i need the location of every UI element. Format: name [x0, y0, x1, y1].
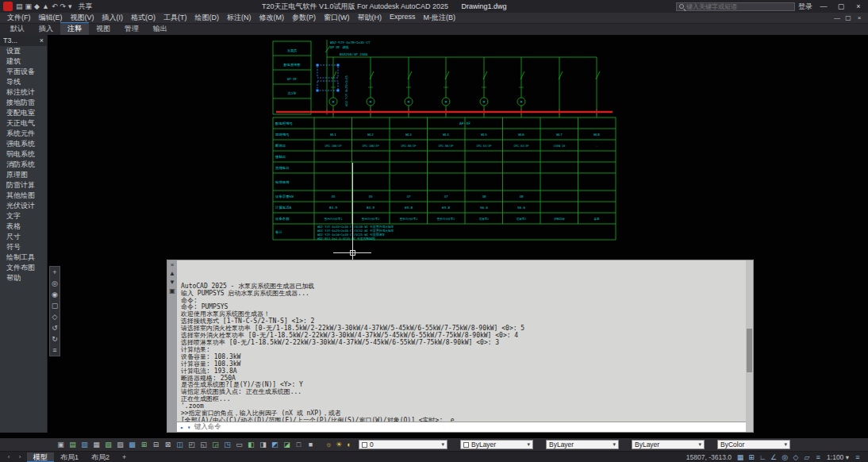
minimize-button[interactable]: —: [817, 2, 830, 10]
command-text-window[interactable]: ×▲▼▣ AutoCAD 2025 - 水泵房系统图生成器已加载输入 PUMPS…: [167, 260, 754, 433]
qat-icon[interactable]: ▾: [68, 2, 72, 10]
ribbon-tab[interactable]: 默认: [3, 23, 32, 35]
view-tool-icon[interactable]: ◉: [50, 289, 60, 300]
sidebar-item[interactable]: 导线: [0, 77, 47, 87]
command-strip-icon[interactable]: ▲: [169, 270, 175, 277]
plotstyle-dropdown[interactable]: ByColor ▾: [717, 440, 790, 449]
ribbon-tab[interactable]: 视图: [89, 23, 117, 35]
menu-item[interactable]: 修改(M): [255, 13, 289, 23]
layout-tab[interactable]: 布局2: [85, 452, 116, 462]
toolbar-icon[interactable]: ◰: [186, 440, 197, 450]
sidebar-close-icon[interactable]: ×: [40, 37, 44, 44]
annotation-scale[interactable]: 1:100 ▾: [827, 453, 849, 461]
lineweight-dropdown[interactable]: ByLayer ▾: [632, 440, 705, 449]
sidebar-item[interactable]: 符号: [0, 242, 47, 252]
status-toggle-icon[interactable]: ◎: [779, 453, 790, 461]
sidebar-item[interactable]: 标注统计: [0, 87, 47, 98]
toolbar-icon[interactable]: ◲: [210, 440, 221, 450]
sidebar-item[interactable]: 设置: [0, 46, 47, 56]
toolbar-icon[interactable]: ▥: [79, 440, 90, 450]
toolbar-icon[interactable]: ◧: [246, 440, 256, 450]
linetype-dropdown[interactable]: ByLayer ▾: [546, 440, 619, 449]
qat-icon[interactable]: ▲: [42, 2, 49, 10]
view-tool-icon[interactable]: ◇: [50, 311, 60, 322]
toolbar-icon[interactable]: ◫: [175, 440, 185, 450]
sidebar-item[interactable]: 系统元件: [0, 129, 47, 139]
menu-item[interactable]: 插入(I): [98, 13, 128, 23]
new-layout-button[interactable]: +: [119, 453, 129, 461]
command-strip-icon[interactable]: ×: [171, 261, 175, 268]
sidebar-item[interactable]: 建筑: [0, 56, 47, 67]
selection-grips[interactable]: [317, 64, 340, 92]
view-tool-icon[interactable]: ↺: [50, 322, 60, 333]
status-toggle-icon[interactable]: ∠: [768, 453, 779, 461]
sidebar-item[interactable]: 其他绘图: [0, 191, 47, 201]
sidebar-item[interactable]: 文件布图: [0, 263, 47, 273]
menu-item[interactable]: 工具(T): [159, 13, 191, 23]
search-input[interactable]: [686, 3, 792, 10]
search-box[interactable]: [676, 2, 795, 11]
toolbar-icon[interactable]: ■: [305, 440, 316, 450]
doc-window-button[interactable]: ×: [854, 14, 865, 21]
toolbar-icon[interactable]: ◩: [270, 440, 280, 450]
menu-item[interactable]: 参数(P): [288, 13, 320, 23]
sidebar-item[interactable]: 平面设备: [0, 67, 47, 77]
layout-next-arrow[interactable]: ›: [16, 453, 24, 460]
ribbon-tab[interactable]: 管理: [117, 23, 146, 35]
layer-state-icon[interactable]: ☼: [324, 441, 333, 449]
sidebar-item[interactable]: 表格: [0, 221, 47, 232]
sidebar-item[interactable]: 消防系统: [0, 160, 47, 170]
toolbar-icon[interactable]: ◳: [222, 440, 232, 450]
toolbar-icon[interactable]: ▭: [234, 440, 244, 450]
sidebar-item[interactable]: 文字: [0, 211, 47, 221]
toolbar-icon[interactable]: ▣: [56, 440, 66, 450]
toolbar-icon[interactable]: ▧: [103, 440, 113, 450]
toolbar-icon[interactable]: ▩: [127, 440, 137, 450]
toolbar-icon[interactable]: ⊞: [139, 440, 149, 450]
toolbar-icon[interactable]: ◱: [198, 440, 209, 450]
toolbar-icon[interactable]: ▤: [67, 440, 78, 450]
command-input-placeholder[interactable]: 键入命令: [194, 422, 221, 432]
ribbon-tab[interactable]: 输出: [146, 23, 175, 35]
status-toggle-icon[interactable]: ▱: [801, 453, 812, 461]
layout-tab[interactable]: 模型: [27, 452, 54, 462]
color-dropdown[interactable]: ByLayer ▾: [460, 440, 533, 449]
qat-icon[interactable]: ▤: [16, 2, 23, 10]
toolbar-icon[interactable]: ◪: [282, 440, 292, 450]
signin-button[interactable]: 登录: [798, 2, 812, 12]
menu-item[interactable]: M-批注(B): [420, 13, 460, 23]
toolbar-icon[interactable]: ⊟: [151, 440, 161, 450]
toolbar-icon[interactable]: ▦: [91, 440, 102, 450]
layout-tab[interactable]: 布局1: [54, 452, 85, 462]
sidebar-item[interactable]: 变配电室: [0, 108, 47, 118]
view-tool-icon[interactable]: ≡: [50, 345, 60, 356]
sidebar-item[interactable]: 绘制工具: [0, 252, 47, 263]
menu-item[interactable]: 帮助(H): [354, 13, 386, 23]
toolbar-icon[interactable]: □: [294, 440, 304, 450]
menu-item[interactable]: 文件(F): [3, 13, 35, 23]
customize-menu-icon[interactable]: ≡: [852, 453, 863, 461]
menu-item[interactable]: 格式(O): [127, 13, 159, 23]
menu-item[interactable]: 窗口(W): [320, 13, 354, 23]
view-tool-icon[interactable]: ↻: [50, 333, 60, 345]
sidebar-item[interactable]: 弱电系统: [0, 149, 47, 160]
layer-dropdown[interactable]: 0 ▾: [359, 440, 447, 449]
menu-item[interactable]: 绘图(D): [191, 13, 224, 23]
sidebar-item[interactable]: 帮助: [0, 273, 47, 283]
toolbar-icon[interactable]: ⊠: [163, 440, 173, 450]
command-scrollbar[interactable]: [746, 260, 753, 432]
view-tool-icon[interactable]: ▢: [50, 300, 60, 311]
sidebar-item[interactable]: 接地防雷: [0, 98, 47, 108]
status-toggle-icon[interactable]: ≡: [812, 453, 824, 461]
layer-state-icon[interactable]: ◐: [344, 441, 354, 449]
pump-room-system-diagram[interactable]: WDZ-YJY-4x70+1x35-CT AP-XF 进线 NSX250/3P …: [270, 35, 619, 246]
layout-prev-arrow[interactable]: ‹: [5, 453, 13, 460]
ribbon-tab[interactable]: 插入: [32, 23, 60, 35]
sidebar-item[interactable]: 光伏设计: [0, 201, 47, 211]
sidebar-item[interactable]: 强电系统: [0, 139, 47, 149]
sidebar-item[interactable]: 防雷计算: [0, 180, 47, 191]
toolbar-icon[interactable]: ◨: [258, 440, 268, 450]
qat-icon[interactable]: ↷: [60, 2, 66, 10]
doc-window-button[interactable]: —: [832, 14, 843, 21]
qat-icon[interactable]: ◆: [34, 2, 40, 10]
